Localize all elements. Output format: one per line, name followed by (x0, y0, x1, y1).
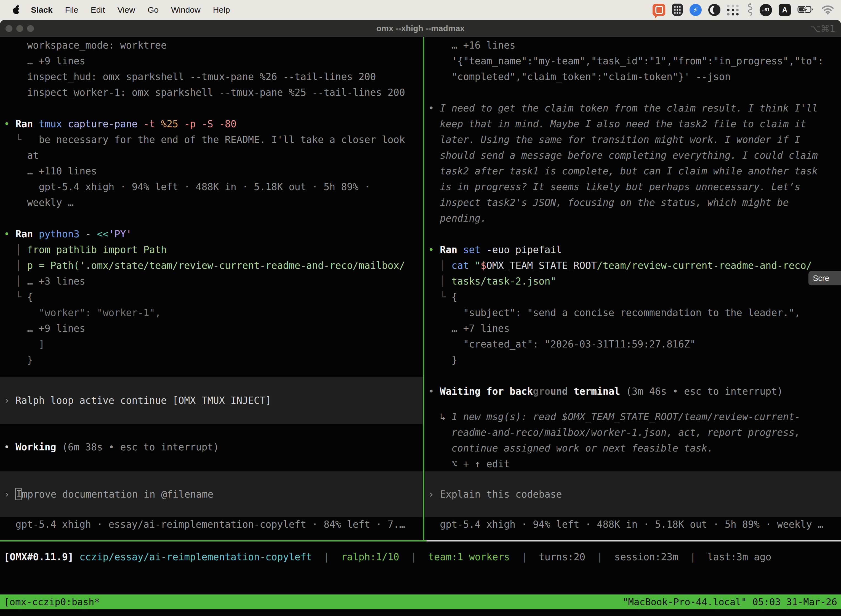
terminal-row: task2 after task1 is complete, but can I… (428, 163, 841, 179)
terminal-row: later. Using the same for transition mig… (428, 132, 841, 148)
left-model-statusline: gpt-5.4 xhigh · essay/ai-reimplementatio… (0, 517, 423, 532)
pane-border-bottom-left (0, 540, 426, 541)
terminal-row: inspect_worker-1: omx sparkshell --tmux-… (4, 85, 423, 100)
waiting-status: • Waiting for background terminal (3m 46… (424, 384, 841, 399)
terminal-row (4, 100, 423, 116)
apple-menu-icon[interactable] (13, 5, 21, 15)
terminal-row: "completed","claim_token":"claim-token"}… (428, 69, 841, 85)
menu-item-edit[interactable]: Edit (91, 5, 105, 15)
terminal-row: │ … +3 lines (4, 273, 423, 289)
spark-icon[interactable]: ⚡ (690, 4, 702, 16)
tmux-session-label: [omx-cczip0:bash* (4, 596, 100, 607)
prompt-input-left[interactable]: › Improve documentation in @filename (0, 471, 423, 517)
terminal-row: └ { (4, 289, 423, 305)
terminal-row: should send a message before completing … (428, 148, 841, 163)
terminal-row: "worker": "worker-1", (4, 305, 423, 321)
terminal-row: └ be necessary for the end of the README… (4, 132, 423, 148)
battery-icon[interactable] (797, 5, 814, 15)
menu-item-slack[interactable]: Slack (31, 5, 53, 15)
menu-item-file[interactable]: File (65, 5, 78, 15)
terminal-row: "created_at": "2026-03-31T11:59:27.816Z" (428, 336, 841, 352)
terminal-row: ] (4, 336, 423, 352)
working-status: • Working (6m 38s • esc to interrupt) (0, 439, 423, 455)
terminal-row: inspect task2's JSON, focusing on the st… (428, 195, 841, 211)
right-scrollback: … +16 lines '{"team_name":"my-team","tas… (424, 38, 841, 368)
left-scrollback: workspace_mode: worktree … +9 lines insp… (0, 38, 423, 368)
terminal-row: … +110 lines (4, 163, 423, 179)
terminal-row: … +9 lines (4, 53, 423, 69)
terminal-row: gpt-5.4 xhigh · 94% left · 488K in · 5.1… (4, 179, 423, 195)
input-placeholder: mprove documentation in @filename (22, 489, 213, 500)
terminal-row: [OMX#0.11.9] cczip/essay/ai-reimplementa… (4, 549, 841, 565)
screen-tooltip: Scre (809, 271, 841, 285)
menu-items: SlackFileEditViewGoWindowHelp (31, 5, 230, 15)
terminal-row: • Ran set -euo pipefail (428, 242, 841, 258)
terminal-row: inspect_hud: omx sparkshell --tmux-pane … (4, 69, 423, 85)
menu-item-help[interactable]: Help (213, 5, 230, 15)
terminal-row: │ from pathlib import Path (4, 242, 423, 258)
menu-item-window[interactable]: Window (171, 5, 201, 15)
window-title: omx --xhigh --madmax (0, 24, 841, 33)
terminal-row: ↳ 1 new msg(s): read $OMX_TEAM_STATE_ROO… (428, 409, 841, 425)
terminal-row: continue assigned work or next feasible … (428, 440, 841, 456)
screen: SlackFileEditViewGoWindowHelp ⚡ ..61 A (0, 0, 841, 616)
terminal-row: … +16 lines (428, 38, 841, 53)
terminal-row: keep that in mind. Maybe I also need the… (428, 116, 841, 132)
terminal-row: } (4, 352, 423, 368)
terminal-row: is in progress? It seems likely but perh… (428, 179, 841, 195)
terminal-row (428, 85, 841, 100)
terminal-row: gpt-5.4 xhigh · essay/ai-reimplementatio… (4, 517, 423, 532)
prompt-chevron-icon: › (428, 489, 440, 500)
terminal-row: workspace_mode: worktree (4, 38, 423, 53)
tmux-status-bar[interactable]: [omx-cczip0:bash* "MacBook-Pro-44.local"… (0, 594, 841, 609)
wifi-icon[interactable] (820, 4, 835, 16)
terminal-row (4, 211, 423, 226)
squiggle-icon[interactable] (746, 3, 753, 17)
terminal-row: weekly … (4, 195, 423, 211)
pane-worker-1[interactable]: … +16 lines '{"team_name":"my-team","tas… (424, 37, 841, 540)
terminal-row: • Ran tmux capture-pane -t %25 -p -S -80 (4, 116, 423, 132)
ralph-loop-banner: › Ralph loop active continue [OMX_TMUX_I… (0, 377, 423, 424)
menu-status-icons: ⚡ ..61 A (652, 3, 841, 17)
terminal-row: '{"team_name":"my-team","task_id":"1","f… (428, 53, 841, 69)
terminal-row: › Ralph loop active continue [OMX_TMUX_I… (4, 393, 271, 408)
omx-status-line: [OMX#0.11.9] cczip/essay/ai-reimplementa… (0, 549, 841, 565)
badge-61-icon[interactable]: ..61 (760, 4, 772, 16)
text-cursor: I (15, 488, 22, 500)
terminal-row: • Working (6m 38s • esc to interrupt) (4, 439, 423, 455)
terminal-row (428, 226, 841, 242)
terminal-row: "subject": "send a concise recommendatio… (428, 305, 841, 321)
terminal-row: │ cat "$OMX_TEAM_STATE_ROOT/team/review-… (428, 258, 841, 273)
terminal-row: • Waiting for background terminal (3m 46… (428, 384, 841, 399)
terminal-row: │ p = Path('.omx/state/team/review-curre… (4, 258, 423, 273)
prompt-input-right[interactable]: › Explain this codebase (424, 471, 841, 517)
macos-menu-bar: SlackFileEditViewGoWindowHelp ⚡ ..61 A (0, 0, 841, 20)
terminal-row: ⌥ + ↑ edit (428, 456, 841, 472)
terminal-row: gpt-5.4 xhigh · 94% left · 488K in · 5.1… (428, 517, 841, 532)
terminal-row: • I need to get the claim token from the… (428, 100, 841, 116)
prompt-chevron-icon: › (4, 489, 15, 500)
terminal-row: } (428, 352, 841, 368)
right-model-statusline: gpt-5.4 xhigh · 94% left · 488K in · 5.1… (424, 517, 841, 532)
moon-crescent-icon[interactable] (708, 4, 721, 16)
terminal-row: • Ran python3 - <<'PY' (4, 226, 423, 242)
input-placeholder: Explain this codebase (440, 489, 562, 500)
terminal-row: │ tasks/task-2.json" (428, 273, 841, 289)
terminal-row: pending. (428, 211, 841, 226)
terminal-content: workspace_mode: worktree … +9 lines insp… (0, 37, 841, 616)
menu-item-go[interactable]: Go (148, 5, 159, 15)
keypad-shield-icon[interactable] (672, 4, 683, 16)
terminal-row: … +9 lines (4, 321, 423, 336)
menu-item-view[interactable]: View (117, 5, 135, 15)
input-source-icon[interactable]: A (779, 4, 791, 16)
dots-grid-icon[interactable] (727, 5, 739, 15)
screen-record-icon[interactable] (652, 4, 665, 16)
pane-hud[interactable]: workspace_mode: worktree … +9 lines insp… (0, 37, 423, 540)
terminal-row: └ { (428, 289, 841, 305)
new-message-note: ↳ 1 new msg(s): read $OMX_TEAM_STATE_ROO… (424, 409, 841, 472)
terminal-row: … +7 lines (428, 321, 841, 336)
pane-border-bottom-right (426, 540, 841, 541)
terminal-row: at (4, 148, 423, 163)
tmux-host-clock-label: "MacBook-Pro-44.local" 05:03 31-Mar-26 (623, 596, 837, 607)
window-titlebar[interactable]: omx --xhigh --madmax ⌥⌘1 (0, 20, 841, 37)
